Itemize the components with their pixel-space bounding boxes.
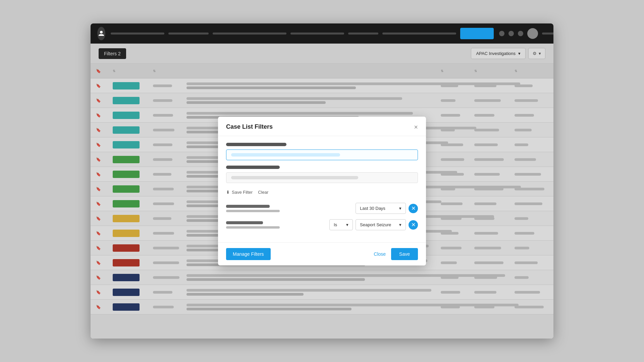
filter-2-sublabel [226,226,280,229]
close-icon: ✕ [411,206,416,211]
remove-filter-2-button[interactable]: ✕ [409,220,418,230]
clear-button[interactable]: Clear [258,190,268,195]
is-operator-dropdown[interactable]: Is ▾ [329,219,353,230]
filter-2-label-text [226,221,263,224]
user-avatar[interactable] [527,28,538,39]
filter-row-1-controls: Last 30 Days ▾ ✕ [356,203,418,214]
filter-label-1-container [226,143,418,146]
filter-label-1 [226,143,286,146]
modal-close-button[interactable]: × [414,124,418,130]
filter-input-2-value [231,176,358,179]
filter-row-1: Last 30 Days ▾ ✕ [226,203,418,214]
modal-footer: Manage Filters Close Save [218,242,426,265]
footer-right: Close Save [374,248,418,260]
last-30-days-dropdown[interactable]: Last 30 Days ▾ [356,203,406,214]
chevron-down-icon: ▾ [399,206,401,211]
remove-filter-1-button[interactable]: ✕ [409,204,418,213]
nav-items [111,28,494,39]
filter-input-2[interactable] [226,172,418,183]
nav-item-6[interactable] [382,33,456,35]
chevron-down-icon: ▾ [399,222,401,227]
filter-1-sublabel [226,210,280,212]
nav-item-2[interactable] [168,33,209,35]
nav-item-5[interactable] [348,33,378,35]
browser-window: Filters 2 APAC Investigations ▾ ⚙ ▾ 🔖 ⇅ [91,23,553,339]
manage-filters-button[interactable]: Manage Filters [226,248,271,260]
nav-item-active[interactable] [460,28,494,39]
nav-right-line [542,33,553,35]
filter-label-2 [226,166,280,169]
filter-row-2: Is ▾ Seaport Seizure ▾ ✕ [226,219,418,230]
modal-header: Case List Filters × [218,117,426,136]
close-icon: ✕ [411,222,416,228]
filter-row-2-controls: Is ▾ Seaport Seizure ▾ ✕ [329,219,418,230]
modal-body: ⬇ Save Filter Clear Last 30 [218,136,426,242]
modal-title: Case List Filters [226,123,273,130]
nav-item-3[interactable] [213,33,286,35]
filter-label-2-container [226,166,418,169]
svg-point-0 [100,31,103,34]
filter-row-2-label [226,221,325,229]
close-link-button[interactable]: Close [374,251,386,257]
download-icon: ⬇ [226,190,230,195]
chevron-down-icon: ▾ [346,222,348,227]
save-button[interactable]: Save [391,248,418,260]
filter-input-1[interactable] [226,149,418,160]
nav-right [499,28,553,39]
filter-1-label-text [226,205,270,208]
modal-overlay: Case List Filters × [91,44,553,339]
nav-logo [97,27,105,40]
save-filter-button[interactable]: ⬇ Save Filter [226,190,253,195]
filter-modal: Case List Filters × [218,117,426,265]
nav-item-4[interactable] [290,33,344,35]
nav-item-1[interactable] [111,33,164,35]
nav-dot-2 [508,31,514,36]
seaport-seizure-dropdown[interactable]: Seaport Seizure ▾ [356,219,406,230]
filter-row-1-label [226,205,352,212]
main-content: Filters 2 APAC Investigations ▾ ⚙ ▾ 🔖 ⇅ [91,44,553,339]
nav-dot-3 [518,31,523,36]
nav-bar [91,23,553,44]
filter-input-1-value [231,153,340,157]
nav-dot-1 [499,31,504,36]
filter-actions: ⬇ Save Filter Clear [226,188,418,195]
